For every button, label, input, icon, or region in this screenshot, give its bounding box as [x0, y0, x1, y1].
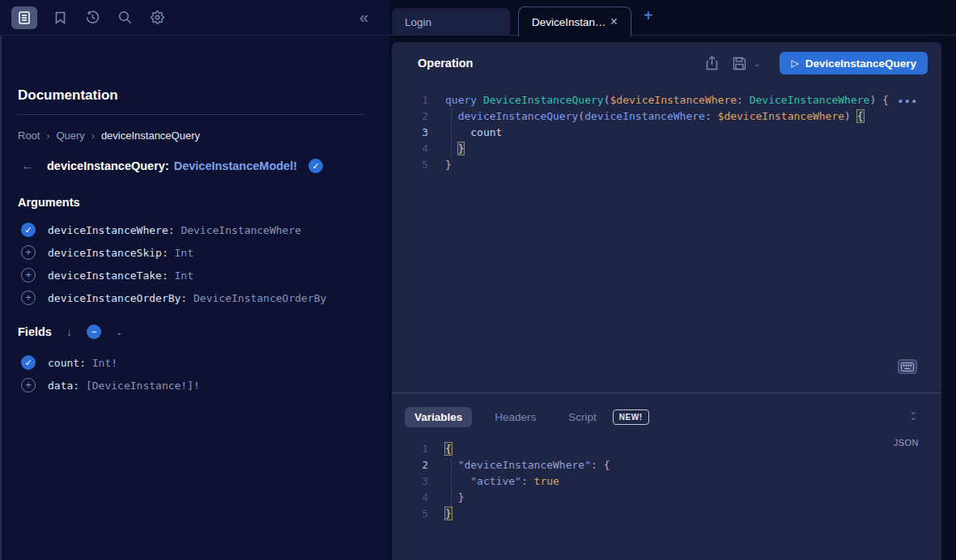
argument-item[interactable]: + deviceInstanceTake: Int — [21, 266, 193, 284]
code-token: "active" — [470, 475, 521, 487]
selected-check-icon[interactable]: ✓ — [308, 159, 323, 173]
add-icon[interactable]: + — [21, 245, 36, 260]
field-item[interactable]: ✓ count: Int! — [21, 354, 117, 371]
checked-icon[interactable]: ✓ — [21, 355, 36, 370]
selected-field-type[interactable]: DeviceInstanceModel! — [174, 159, 297, 172]
breadcrumb-root[interactable]: Root — [18, 129, 40, 142]
indent-guide — [445, 108, 452, 125]
argument-item[interactable]: ✓ deviceInstanceWhere: DeviceInstanceWhe… — [21, 221, 301, 239]
keyboard-shortcuts-icon[interactable] — [898, 359, 917, 374]
bottom-tab-bar: Variables Headers Script NEW! — [405, 407, 649, 427]
argument-name: deviceInstanceTake: — [48, 269, 168, 282]
code-token — [452, 491, 458, 503]
code-token — [452, 475, 470, 487]
back-icon[interactable]: ← — [21, 159, 34, 173]
workspace: Login DeviceInstan… × + Operation — [389, 0, 956, 560]
tab-label: Login — [405, 16, 431, 28]
tab-login[interactable]: Login — [392, 8, 510, 36]
code-token: "deviceInstanceWhere" — [458, 459, 591, 471]
line-number: 4 — [392, 490, 428, 506]
indent-guide — [445, 490, 452, 506]
code-token: { — [445, 443, 452, 455]
add-tab-icon[interactable]: + — [644, 6, 653, 25]
add-icon[interactable]: + — [21, 291, 36, 305]
share-icon[interactable] — [703, 55, 720, 71]
save-icon[interactable] — [731, 55, 747, 71]
gear-icon[interactable] — [147, 8, 167, 28]
code-token: $deviceInstanceWhere — [718, 110, 845, 122]
editor-menu-icon[interactable]: ●●● — [899, 97, 919, 105]
code-line[interactable]: 1query DeviceInstanceQuery($deviceInstan… — [392, 92, 941, 108]
code-token: : — [521, 475, 534, 487]
play-icon: ▷ — [791, 57, 798, 69]
variables-editor[interactable]: 1{2 "deviceInstanceWhere": {3 "active": … — [392, 441, 941, 560]
code-token — [477, 94, 483, 106]
code-token: } — [445, 507, 452, 520]
sort-down-icon[interactable]: ↓ — [66, 325, 72, 338]
breadcrumb-query[interactable]: Query — [56, 129, 84, 142]
chevron-down-icon[interactable]: ⌄ — [116, 328, 122, 337]
selected-field-name: deviceInstanceQuery: — [47, 159, 169, 172]
code-line[interactable]: 4 } — [392, 141, 941, 157]
divider — [18, 114, 364, 115]
code-line[interactable]: 1{ — [392, 441, 941, 457]
tab-headers[interactable]: Headers — [485, 407, 546, 427]
field-item[interactable]: + data: [DeviceInstance!]! — [21, 376, 200, 394]
code-token — [452, 126, 470, 138]
argument-type[interactable]: Int — [175, 269, 193, 282]
save-options-chevron-icon[interactable]: ⌄ — [754, 59, 760, 68]
code-token: $deviceInstanceWhere — [610, 94, 737, 106]
sidebar-iconbar — [0, 0, 389, 36]
fields-heading-row: Fields ↓ − ⌄ — [18, 325, 122, 339]
code-line[interactable]: 5} — [392, 506, 941, 522]
argument-item[interactable]: + deviceInstanceOrderBy: DeviceInstanceO… — [21, 289, 326, 307]
code-line[interactable]: 3 "active": true — [392, 473, 941, 490]
indent-guide — [445, 141, 452, 157]
tab-bar: Login DeviceInstan… × + — [389, 0, 956, 36]
bookmark-icon[interactable] — [50, 8, 70, 28]
argument-item[interactable]: + deviceInstanceSkip: Int — [21, 244, 193, 261]
close-icon[interactable]: × — [610, 15, 618, 29]
code-line[interactable]: 2 deviceInstanceQuery(deviceInstanceWher… — [392, 108, 941, 125]
history-icon[interactable] — [83, 8, 102, 28]
checked-icon[interactable]: ✓ — [21, 223, 36, 237]
field-type[interactable]: Int! — [92, 357, 117, 369]
line-number: 5 — [392, 506, 428, 522]
collapse-panel-icon[interactable]: ⌄⌄ — [910, 409, 917, 420]
code-token — [452, 110, 458, 122]
tab-variables[interactable]: Variables — [405, 407, 472, 427]
argument-name: deviceInstanceSkip: — [48, 247, 168, 259]
code-token: : { — [591, 459, 610, 471]
code-token: ( — [578, 110, 584, 122]
argument-type[interactable]: DeviceInstanceWhere — [181, 224, 301, 236]
line-number: 3 — [392, 125, 428, 141]
tab-deviceinstancequery[interactable]: DeviceInstan… × — [518, 6, 631, 36]
code-line[interactable]: 5} — [392, 157, 941, 173]
code-line[interactable]: 4 } — [392, 490, 941, 506]
docs-icon[interactable] — [11, 6, 37, 29]
argument-type[interactable]: DeviceInstanceOrderBy — [193, 292, 326, 304]
code-token: ( — [604, 94, 610, 106]
divider[interactable] — [392, 392, 941, 393]
tab-script[interactable]: Script — [559, 407, 600, 427]
search-icon[interactable] — [115, 8, 134, 28]
line-number: 1 — [392, 92, 428, 108]
code-line[interactable]: 2 "deviceInstanceWhere": { — [392, 457, 941, 473]
line-number: 4 — [392, 141, 428, 157]
query-editor[interactable]: 1query DeviceInstanceQuery($deviceInstan… — [392, 84, 941, 392]
breadcrumb-separator: › — [46, 130, 49, 142]
argument-type[interactable]: Int — [175, 247, 193, 259]
code-line[interactable]: 3 count — [392, 125, 941, 141]
operation-panel: Operation ⌄ ▷ — [392, 42, 941, 560]
run-query-button[interactable]: ▷ DeviceInstanceQuery — [780, 52, 928, 74]
run-button-label: DeviceInstanceQuery — [805, 57, 916, 70]
add-icon[interactable]: + — [21, 378, 36, 392]
tab-label: DeviceInstan… — [532, 16, 606, 28]
code-token: DeviceInstanceWhere — [750, 94, 870, 106]
field-type[interactable]: [DeviceInstance!]! — [86, 380, 200, 392]
deselect-all-icon[interactable]: − — [87, 325, 101, 339]
code-token: } — [458, 491, 465, 503]
add-icon[interactable]: + — [21, 268, 36, 282]
collapse-sidebar-icon[interactable]: « — [359, 8, 368, 27]
code-token: query — [445, 94, 477, 106]
